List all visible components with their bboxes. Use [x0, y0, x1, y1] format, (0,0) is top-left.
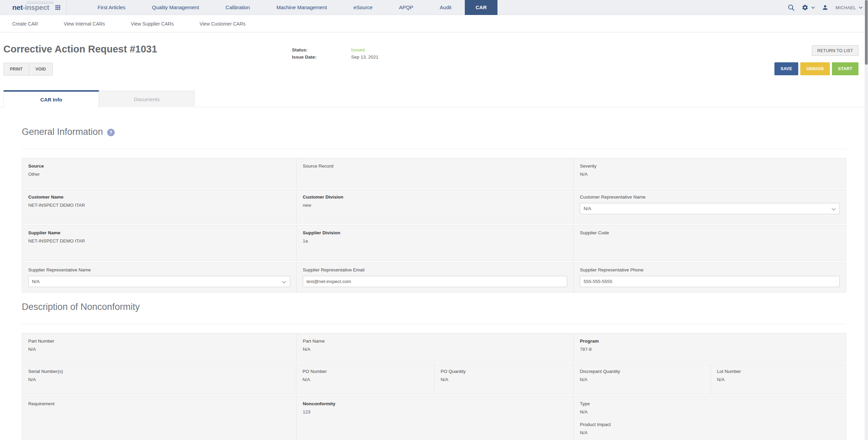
field-label: Supplier Representative Name: [28, 267, 290, 272]
field-label: Supplier Code: [580, 230, 840, 235]
table-row: Supplier Name NET-INSPECT DEMO ITAR Supp…: [22, 225, 846, 261]
field-customer-division: Customer Division new: [297, 189, 574, 223]
field-label: PO Number: [302, 369, 428, 374]
field-label: Source: [28, 163, 290, 169]
nav-item-machine-management[interactable]: Machine Management: [263, 0, 340, 15]
field-value: NET-INSPECT DEMO ITAR: [28, 238, 290, 243]
car-subnav: Create CAR View Internal CARs View Suppl…: [0, 15, 868, 32]
table-row: Requirement Nonconformity 123 Type N/A P…: [22, 396, 846, 440]
field-supplier-division: Supplier Division 1a: [297, 225, 574, 261]
nav-item-esource[interactable]: eSource: [340, 0, 386, 15]
table-row: Part Number N/A Part Name N/A Program 78…: [22, 333, 846, 362]
logo-text-net: net: [12, 3, 23, 11]
tab-documents[interactable]: Documents: [99, 91, 195, 107]
status-label: Status:: [292, 47, 351, 52]
field-label: Customer Name: [28, 194, 290, 200]
print-void-button-group: PRINT VOID: [3, 63, 53, 76]
save-unsign-start-button-group: SAVE UNSIGN START: [774, 62, 858, 75]
nav-item-first-articles[interactable]: First Articles: [84, 0, 139, 15]
customer-representative-select[interactable]: N/A: [580, 203, 840, 214]
field-label: Part Name: [303, 339, 568, 344]
topbar-right-controls: MICHAEL: [788, 0, 863, 15]
chevron-down-icon: [282, 279, 286, 283]
field-label: Discrepant Quantity: [580, 369, 704, 374]
field-value: N/A: [28, 377, 290, 382]
field-supplier-code: Supplier Code: [574, 225, 846, 261]
table-row: Customer Name NET-INSPECT DEMO ITAR Cust…: [22, 189, 846, 224]
field-po-quantity: PO Quantity N/A: [435, 364, 573, 394]
nonconformity-heading-text: Description of Nonconformity: [22, 302, 140, 312]
issue-date-value: Sep 13, 2021: [351, 54, 378, 60]
field-lot-number: Lot Number N/A: [711, 364, 846, 394]
nav-item-audit[interactable]: Audit: [427, 0, 465, 15]
page-title: Corrective Action Request #1031: [3, 44, 157, 55]
nav-item-apqp[interactable]: APQP: [386, 0, 427, 15]
field-label: Type: [580, 401, 840, 406]
field-value: N/A: [717, 377, 840, 382]
field-serial-numbers: Serial Number(s) N/A: [22, 364, 296, 394]
field-label: Part Number: [28, 339, 290, 344]
field-part-number: Part Number N/A: [22, 333, 296, 362]
field-label: Lot Number: [717, 369, 840, 374]
field-discrepant-quantity: Discrepant Quantity N/A: [574, 364, 710, 394]
chevron-down-icon: [832, 206, 835, 210]
return-to-list-button[interactable]: RETURN TO LIST: [812, 45, 858, 56]
supplier-representative-phone-input[interactable]: [580, 276, 840, 287]
user-avatar-icon[interactable]: [822, 4, 829, 11]
field-value: N/A: [580, 430, 840, 435]
subnav-view-supplier-cars[interactable]: View Supplier CARs: [131, 21, 174, 27]
field-label: Source Record: [303, 163, 568, 169]
field-value: N/A: [580, 172, 840, 177]
save-button[interactable]: SAVE: [774, 62, 798, 75]
general-information-heading: General Information ?: [22, 127, 115, 137]
search-icon[interactable]: [788, 4, 795, 11]
field-label: Supplier Name: [28, 230, 290, 235]
selected-value: N/A: [584, 206, 591, 211]
field-supplier-name: Supplier Name NET-INSPECT DEMO ITAR: [22, 225, 296, 261]
table-row: Supplier Representative Name N/A Supplie…: [22, 262, 846, 293]
field-value: 1a: [303, 238, 568, 243]
supplier-representative-email-input[interactable]: [303, 276, 568, 287]
car-detail-page: net-inspect First Articles Quality Manag…: [0, 0, 868, 440]
nav-item-car-active[interactable]: CAR: [465, 0, 498, 15]
field-value: N/A: [302, 377, 428, 382]
tab-car-info[interactable]: CAR Info: [3, 90, 99, 107]
field-label: Severity: [580, 163, 840, 169]
field-value: N/A: [580, 409, 840, 414]
field-value: 787-8: [580, 347, 840, 352]
field-label: Customer Division: [303, 194, 568, 200]
start-button[interactable]: START: [832, 62, 858, 75]
field-label: Supplier Division: [303, 230, 568, 235]
field-value: N/A: [441, 377, 567, 382]
field-customer-representative-name: Customer Representative Name N/A: [574, 189, 846, 223]
field-supplier-representative-name: Supplier Representative Name N/A: [22, 262, 296, 292]
nav-item-quality-management[interactable]: Quality Management: [138, 0, 212, 15]
scrollbar-track: [865, 0, 868, 440]
subnav-view-internal-cars[interactable]: View Internal CARs: [64, 21, 105, 27]
field-requirement: Requirement: [22, 396, 296, 440]
field-label: Nonconformity: [303, 401, 568, 406]
field-value: N/A: [580, 377, 704, 382]
print-button[interactable]: PRINT: [3, 63, 29, 76]
apps-grid-icon[interactable]: [55, 5, 60, 10]
help-icon[interactable]: ?: [107, 129, 115, 136]
settings-gear-icon[interactable]: [802, 4, 815, 11]
table-row: Serial Number(s) N/A PO Number N/A PO Qu…: [22, 363, 846, 395]
scrollbar-thumb[interactable]: [865, 0, 868, 65]
supplier-representative-select[interactable]: N/A: [28, 276, 290, 287]
subnav-create-car[interactable]: Create CAR: [12, 21, 38, 27]
subnav-view-customer-cars[interactable]: View Customer CARs: [199, 21, 245, 27]
nonconformity-table: Part Number N/A Part Name N/A Program 78…: [22, 333, 846, 440]
nonconformity-heading: Description of Nonconformity: [22, 302, 140, 312]
user-menu[interactable]: MICHAEL: [835, 5, 863, 10]
void-button[interactable]: VOID: [29, 63, 53, 76]
field-source: Source Other: [22, 158, 296, 188]
nav-item-calibration[interactable]: Calibration: [212, 0, 263, 15]
field-program: Program 787-8: [574, 333, 846, 362]
unsign-button[interactable]: UNSIGN: [800, 62, 830, 75]
field-label: Customer Representative Name: [580, 194, 840, 200]
top-navigation-bar: net-inspect First Articles Quality Manag…: [0, 0, 868, 15]
field-value: new: [303, 203, 568, 208]
field-label: Serial Number(s): [28, 369, 290, 374]
field-value: N/A: [28, 347, 290, 352]
